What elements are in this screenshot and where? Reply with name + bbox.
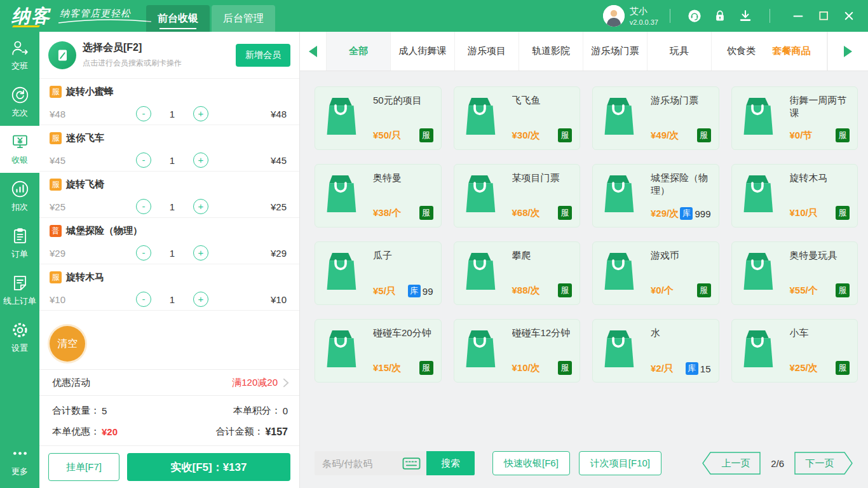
nav-tab-front-cashier[interactable]: 前台收银: [146, 5, 210, 32]
product-card[interactable]: 瓜子 ¥5/只 库 99: [315, 241, 442, 305]
product-card[interactable]: 城堡探险（物理） ¥29/次 库 999: [592, 164, 719, 227]
decrease-qty-button[interactable]: -: [136, 292, 151, 307]
product-name: 攀爬: [512, 249, 573, 262]
increase-qty-button[interactable]: +: [193, 152, 208, 168]
product-price: ¥0/节: [790, 130, 813, 142]
hold-order-button[interactable]: 挂单[F7]: [48, 453, 119, 481]
shopping-bag-icon: [600, 251, 636, 292]
cart-item: 服 旋转小蜜蜂 ¥48 - 1 + ¥48: [39, 79, 299, 125]
decrease-qty-button[interactable]: -: [136, 199, 151, 214]
minimize-button[interactable]: [785, 0, 811, 32]
product-card[interactable]: 水 ¥2/只 库 15: [592, 319, 719, 383]
prev-page-button[interactable]: 上一页: [702, 452, 761, 475]
clear-cart-button[interactable]: 清空: [50, 326, 85, 362]
increase-qty-button[interactable]: +: [193, 199, 208, 214]
sidebar-item-label: 充次: [11, 107, 28, 119]
category-tab[interactable]: 饮食类: [712, 32, 756, 71]
close-button[interactable]: [836, 0, 862, 32]
category-tab[interactable]: 游乐场门票: [583, 32, 648, 71]
product-card[interactable]: 街舞一周两节课 ¥0/节 服: [731, 86, 858, 150]
sidebar-item-cashier[interactable]: 收银: [0, 126, 39, 173]
cart-panel: 选择会员[F2] 点击进行会员搜索或刷卡操作 新增会员 服 旋转小蜜蜂 ¥48 …: [39, 32, 300, 488]
add-member-button[interactable]: 新增会员: [236, 44, 290, 67]
sidebar: 交班 充次 收银 扣次 订单 线上订单 设置 更多: [0, 32, 39, 488]
service-badge: 服: [558, 206, 572, 220]
divider: [770, 9, 770, 23]
sidebar-item-shift[interactable]: 交班: [0, 32, 39, 79]
pos-app-window: 纳客 纳客管店更轻松 前台收银后台管理 艾小 v2.0.0.37: [0, 0, 868, 488]
download-icon[interactable]: [733, 9, 758, 23]
product-price: ¥10/次: [512, 362, 540, 374]
product-card[interactable]: 游戏币 ¥0/个 服: [592, 241, 719, 305]
decrease-qty-button[interactable]: -: [136, 106, 151, 121]
sidebar-item-online-orders[interactable]: 线上订单: [0, 267, 39, 314]
sidebar-item-more[interactable]: 更多: [0, 437, 39, 484]
maximize-button[interactable]: [811, 0, 836, 32]
product-price: ¥55/个: [790, 285, 818, 297]
product-card[interactable]: 游乐场门票 ¥49/次 服: [592, 86, 719, 150]
service-badge: 服: [558, 283, 572, 297]
product-card[interactable]: 奥特曼 ¥38/个 服: [315, 164, 442, 227]
sidebar-item-deduct[interactable]: 扣次: [0, 173, 39, 220]
member-select-area[interactable]: 选择会员[F2] 点击进行会员搜索或刷卡操作 新增会员: [39, 32, 299, 79]
product-grid: 50元的项目 ¥50/只 服 飞飞鱼 ¥30/次 服 游乐场门票 ¥49/次 服: [300, 71, 868, 445]
decrease-qty-button[interactable]: -: [136, 152, 151, 168]
app-body: 交班 充次 收银 扣次 订单 线上订单 设置 更多: [0, 32, 868, 488]
category-tab[interactable]: 套餐商品: [756, 32, 827, 71]
product-price: ¥88/次: [512, 285, 540, 297]
next-page-button[interactable]: 下一页: [794, 452, 853, 475]
product-price: ¥2/只: [651, 363, 674, 375]
lock-icon[interactable]: [707, 9, 733, 23]
service-icon[interactable]: [682, 9, 707, 23]
keyboard-icon[interactable]: [402, 458, 421, 470]
product-card[interactable]: 奥特曼玩具 ¥55/个 服: [731, 241, 858, 305]
product-card[interactable]: 旋转木马 ¥10/只 服: [731, 164, 858, 227]
shopping-bag-icon: [323, 96, 358, 137]
cart-item-unit-price: ¥25: [50, 201, 111, 212]
user-name: 艾小: [630, 6, 658, 17]
product-card[interactable]: 飞飞鱼 ¥30/次 服: [454, 86, 581, 150]
category-scroll-left-button[interactable]: [300, 32, 327, 71]
promotion-row[interactable]: 优惠活动 满120减20: [39, 369, 299, 396]
product-price: ¥29/次: [651, 208, 679, 220]
increase-qty-button[interactable]: +: [193, 106, 208, 121]
category-scroll-right-button[interactable]: [827, 32, 868, 71]
product-card[interactable]: 某项目门票 ¥68/次 服: [454, 164, 581, 227]
search-button[interactable]: 搜索: [426, 451, 475, 475]
product-card[interactable]: 碰碰车20分钟 ¥15/次 服: [315, 319, 442, 383]
category-tab[interactable]: 全部: [327, 32, 391, 71]
service-badge: 服: [558, 361, 572, 375]
product-card[interactable]: 小车 ¥25/次 服: [731, 319, 858, 383]
product-card[interactable]: 50元的项目 ¥50/只 服: [315, 86, 442, 150]
product-card[interactable]: 碰碰车12分钟 ¥10/次 服: [454, 319, 581, 383]
decrease-qty-button[interactable]: -: [136, 245, 151, 261]
sidebar-item-orders[interactable]: 订单: [0, 220, 39, 267]
product-name: 奥特曼玩具: [790, 249, 850, 262]
user-avatar[interactable]: [603, 5, 625, 27]
cart-item: 服 旋转木马 ¥10 - 1 + ¥10: [39, 264, 299, 311]
product-card[interactable]: 攀爬 ¥88/次 服: [454, 241, 581, 305]
sidebar-item-recharge[interactable]: 充次: [0, 79, 39, 126]
quick-cashier-button[interactable]: 快速收银[F6]: [492, 451, 570, 475]
bottom-bar: 搜索 快速收银[F6]计次项目[F10] 上一页 2/6 下一页: [300, 445, 868, 488]
member-select-title: 选择会员[F2]: [83, 41, 182, 55]
category-tab[interactable]: 轨道影院: [519, 32, 583, 71]
checkout-button[interactable]: 实收[F5]：¥137: [127, 453, 290, 481]
sidebar-item-label: 订单: [11, 248, 28, 260]
category-tab[interactable]: 成人街舞课: [391, 32, 455, 71]
category-tab[interactable]: 游乐项目: [455, 32, 519, 71]
category-tab[interactable]: 玩具: [648, 32, 712, 71]
timed-items-button[interactable]: 计次项目[F10]: [579, 451, 661, 475]
nav-tab-back-office[interactable]: 后台管理: [212, 5, 275, 32]
sidebar-item-label: 线上订单: [3, 295, 36, 307]
product-price: ¥25/次: [790, 362, 818, 374]
right-arrow-icon: [844, 46, 852, 57]
service-badge: 服: [836, 206, 850, 220]
increase-qty-button[interactable]: +: [193, 245, 208, 261]
user-info: 艾小 v2.0.0.37: [630, 6, 658, 26]
member-card-icon: [48, 41, 76, 69]
increase-qty-button[interactable]: +: [193, 292, 208, 307]
member-texts: 选择会员[F2] 点击进行会员搜索或刷卡操作: [83, 41, 182, 69]
shopping-bag-icon: [323, 251, 358, 292]
sidebar-item-settings[interactable]: 设置: [0, 314, 39, 361]
